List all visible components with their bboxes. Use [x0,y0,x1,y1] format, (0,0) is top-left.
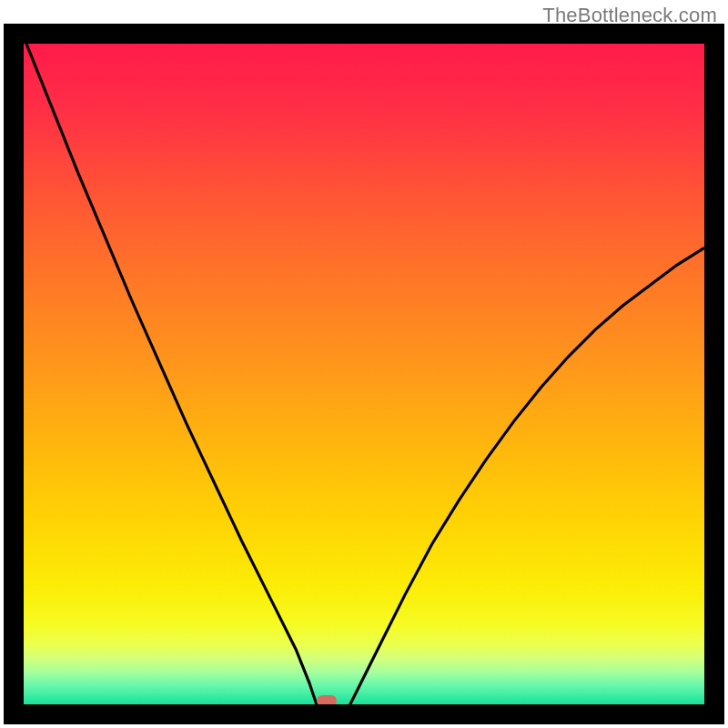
watermark-text: TheBottleneck.com [542,4,717,27]
plot-frame [4,24,724,724]
